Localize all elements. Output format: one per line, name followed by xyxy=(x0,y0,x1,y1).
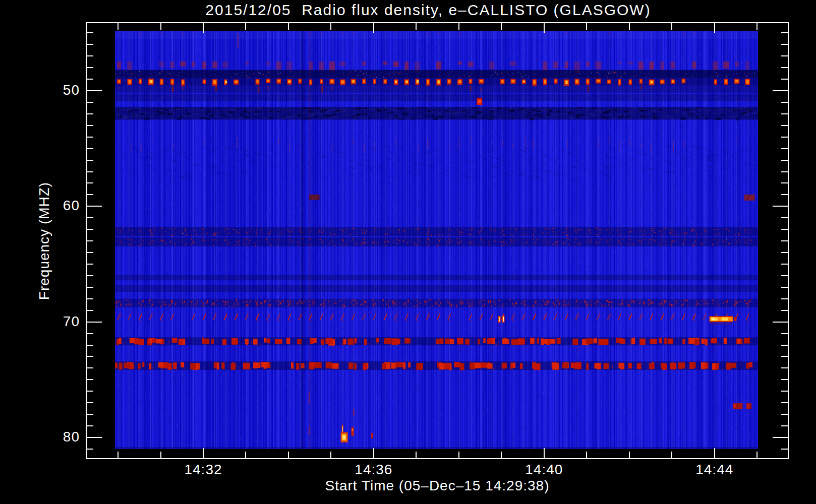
x-tick-major xyxy=(714,448,715,458)
y-tick-minor xyxy=(87,125,93,126)
y-tick-minor xyxy=(781,113,788,114)
y-tick-minor xyxy=(87,367,93,368)
y-tick-label: 80 xyxy=(43,429,80,445)
y-tick-minor xyxy=(781,333,788,334)
x-tick-major xyxy=(373,23,374,33)
y-tick-major xyxy=(773,322,788,323)
x-tick-label: 14:40 xyxy=(509,462,579,478)
y-tick-minor xyxy=(87,252,93,253)
x-tick-major xyxy=(373,448,374,458)
y-tick-minor xyxy=(87,44,93,45)
y-tick-minor xyxy=(781,310,788,311)
x-tick-minor xyxy=(118,23,119,30)
y-tick-minor xyxy=(87,275,93,276)
x-tick-minor xyxy=(458,452,459,458)
x-tick-major xyxy=(203,23,204,33)
y-tick-minor xyxy=(87,102,93,103)
y-tick-minor xyxy=(781,137,788,138)
y-tick-minor xyxy=(87,345,93,346)
x-tick-minor xyxy=(671,452,672,458)
x-tick-minor xyxy=(288,23,289,30)
x-tick-major xyxy=(203,448,204,458)
x-tick-minor xyxy=(330,23,331,30)
y-tick-minor xyxy=(87,391,93,392)
y-tick-minor xyxy=(87,217,93,218)
y-tick-minor xyxy=(87,333,93,334)
x-tick-minor xyxy=(586,23,587,30)
x-tick-minor xyxy=(629,452,630,458)
y-tick-minor xyxy=(87,240,93,241)
y-tick-minor xyxy=(87,298,93,299)
y-tick-minor xyxy=(87,32,93,33)
y-tick-minor xyxy=(781,414,788,415)
x-tick-minor xyxy=(629,23,630,30)
y-tick-minor xyxy=(87,425,93,426)
y-tick-minor xyxy=(781,55,788,56)
x-tick-major xyxy=(714,23,715,33)
y-tick-minor xyxy=(87,402,93,403)
y-tick-minor xyxy=(87,194,93,195)
y-tick-minor xyxy=(87,171,93,172)
x-tick-minor xyxy=(118,452,119,458)
y-tick-major xyxy=(87,206,102,207)
y-tick-major xyxy=(773,437,788,438)
x-tick-minor xyxy=(756,452,757,458)
y-tick-minor xyxy=(781,240,788,241)
y-tick-minor xyxy=(781,449,788,450)
x-tick-minor xyxy=(501,452,502,458)
x-tick-minor xyxy=(586,452,587,458)
y-tick-major xyxy=(87,437,102,438)
y-tick-minor xyxy=(87,160,93,161)
y-tick-minor xyxy=(87,229,93,230)
x-tick-minor xyxy=(245,452,246,458)
y-tick-minor xyxy=(87,55,93,56)
y-tick-minor xyxy=(87,449,93,450)
y-tick-minor xyxy=(781,298,788,299)
y-tick-minor xyxy=(781,391,788,392)
x-tick-minor xyxy=(288,452,289,458)
y-tick-minor xyxy=(87,356,93,357)
x-tick-minor xyxy=(501,23,502,30)
y-tick-major xyxy=(87,90,102,91)
y-tick-minor xyxy=(87,137,93,138)
y-tick-minor xyxy=(781,229,788,230)
spectrogram-canvas xyxy=(115,31,758,449)
x-tick-minor xyxy=(160,452,161,458)
y-tick-minor xyxy=(781,217,788,218)
y-tick-minor xyxy=(87,379,93,380)
y-tick-major xyxy=(773,90,788,91)
x-tick-minor xyxy=(671,23,672,30)
x-tick-minor xyxy=(160,23,161,30)
x-tick-minor xyxy=(416,452,417,458)
y-tick-minor xyxy=(781,194,788,195)
chart-title: 2015/12/05 Radio flux density, e–CALLIST… xyxy=(20,2,816,19)
stage: 2015/12/05 Radio flux density, e–CALLIST… xyxy=(0,0,816,504)
y-axis-title: Frequency (MHZ) xyxy=(37,140,52,342)
y-tick-minor xyxy=(781,102,788,103)
y-tick-minor xyxy=(781,275,788,276)
y-tick-minor xyxy=(781,125,788,126)
x-tick-label: 14:36 xyxy=(338,462,409,478)
y-tick-minor xyxy=(781,252,788,253)
x-tick-label: 14:32 xyxy=(168,462,239,478)
y-tick-minor xyxy=(87,113,93,114)
y-tick-minor xyxy=(781,32,788,33)
y-tick-minor xyxy=(781,345,788,346)
y-tick-minor xyxy=(781,367,788,368)
y-tick-minor xyxy=(87,148,93,149)
y-tick-minor xyxy=(781,182,788,183)
y-tick-minor xyxy=(87,67,93,68)
x-tick-minor xyxy=(458,23,459,30)
y-tick-major xyxy=(773,206,788,207)
y-tick-minor xyxy=(781,148,788,149)
y-tick-minor xyxy=(781,160,788,161)
x-axis-title: Start Time (05–Dec–15 14:29:38) xyxy=(261,478,614,494)
y-tick-minor xyxy=(781,425,788,426)
y-tick-minor xyxy=(781,67,788,68)
y-tick-minor xyxy=(781,379,788,380)
y-tick-minor xyxy=(781,44,788,45)
y-tick-minor xyxy=(87,310,93,311)
y-tick-major xyxy=(87,322,102,323)
x-tick-minor xyxy=(756,23,757,30)
y-tick-minor xyxy=(781,402,788,403)
